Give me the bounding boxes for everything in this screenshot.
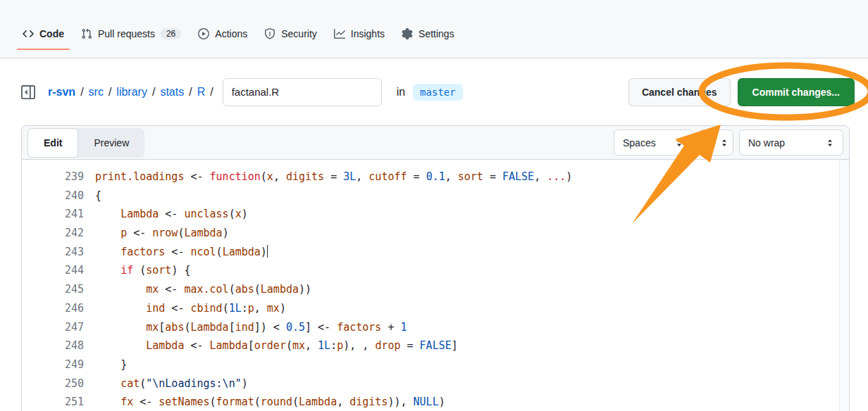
tab-pull-requests-label: Pull requests bbox=[98, 28, 155, 39]
code-editor[interactable]: 239print.loadings <- function(x, digits … bbox=[22, 160, 849, 411]
chevron-up-down-icon bbox=[826, 138, 834, 148]
breadcrumb-repo-link[interactable]: r-svn bbox=[48, 86, 75, 99]
pull-request-icon bbox=[81, 28, 92, 39]
code-line[interactable]: 250 cat("\nLoadings:\n") bbox=[22, 374, 849, 393]
code-line[interactable]: 248 Lambda <- Lambda[order(mx, 1L:p), , … bbox=[22, 336, 849, 355]
code-text: Lambda <- unclass(x) bbox=[84, 205, 248, 224]
breadcrumb-separator: / bbox=[108, 86, 111, 99]
tab-insights[interactable]: Insights bbox=[328, 23, 390, 45]
breadcrumb-separator: / bbox=[80, 86, 83, 99]
editor-toolbar: Edit Preview Spaces 2 No wrap bbox=[22, 126, 849, 160]
indent-mode-select[interactable]: Spaces bbox=[614, 129, 693, 156]
line-number: 243 bbox=[22, 243, 84, 262]
breadcrumb-library-link[interactable]: library bbox=[116, 86, 147, 99]
gear-icon bbox=[402, 28, 413, 39]
tab-security-label: Security bbox=[281, 28, 317, 39]
tab-edit[interactable]: Edit bbox=[27, 128, 78, 158]
breadcrumb-separator: / bbox=[210, 86, 213, 99]
code-line[interactable]: 249 } bbox=[22, 355, 849, 374]
line-number: 246 bbox=[22, 299, 84, 318]
code-text: if (sort) { bbox=[84, 261, 190, 280]
tab-preview[interactable]: Preview bbox=[78, 128, 144, 158]
code-line[interactable]: 241 Lambda <- unclass(x) bbox=[22, 205, 849, 224]
code-text: fx <- setNames(format(round(Lambda, digi… bbox=[84, 393, 445, 411]
branch-badge: master bbox=[413, 84, 463, 101]
code-line[interactable]: 239print.loadings <- function(x, digits … bbox=[22, 167, 849, 186]
line-number: 245 bbox=[22, 280, 84, 299]
chevron-up-down-icon bbox=[720, 138, 728, 148]
line-number: 241 bbox=[22, 205, 84, 224]
code-icon bbox=[23, 28, 34, 39]
expand-sidebar-icon[interactable] bbox=[21, 85, 35, 99]
code-text: { bbox=[84, 186, 101, 206]
tab-security[interactable]: Security bbox=[259, 23, 323, 45]
line-number: 242 bbox=[22, 224, 84, 243]
code-text: cat("\nLoadings:\n") bbox=[84, 374, 248, 393]
indent-size-value: 2 bbox=[707, 137, 713, 148]
wrap-mode-select[interactable]: No wrap bbox=[739, 129, 843, 156]
code-text: p <- nrow(Lambda) bbox=[84, 224, 229, 243]
tab-actions-label: Actions bbox=[215, 28, 247, 39]
repo-nav: Code Pull requests 26 Actions Security I… bbox=[0, 0, 868, 58]
file-editor-panel: Edit Preview Spaces 2 No wrap bbox=[21, 125, 850, 411]
line-number: 239 bbox=[22, 167, 84, 186]
play-icon bbox=[198, 28, 209, 39]
code-line[interactable]: 245 mx <- max.col(abs(Lambda)) bbox=[22, 280, 849, 299]
code-text: mx <- max.col(abs(Lambda)) bbox=[84, 280, 311, 299]
wrap-mode-value: No wrap bbox=[748, 137, 785, 148]
breadcrumb: r-svn / src / library / stats / R / in m… bbox=[48, 78, 463, 106]
indent-size-select[interactable]: 2 bbox=[698, 129, 733, 156]
code-text: ind <- cbind(1L:p, mx) bbox=[84, 299, 286, 318]
editor-settings: Spaces 2 No wrap bbox=[614, 129, 843, 156]
shield-icon bbox=[264, 28, 275, 39]
line-number: 247 bbox=[22, 318, 84, 337]
vertical-scrollbar[interactable] bbox=[839, 160, 849, 411]
breadcrumb-stats-link[interactable]: stats bbox=[160, 86, 184, 99]
code-line[interactable]: 240{ bbox=[22, 186, 849, 206]
edit-preview-switch: Edit Preview bbox=[27, 128, 144, 158]
tab-code-label: Code bbox=[39, 28, 64, 39]
tab-pull-requests[interactable]: Pull requests 26 bbox=[75, 23, 187, 45]
code-text: Lambda <- Lambda[order(mx, 1L:p), , drop… bbox=[84, 336, 458, 355]
file-actions: Cancel changes Commit changes... bbox=[628, 78, 855, 106]
in-label: in bbox=[397, 86, 405, 99]
breadcrumb-separator: / bbox=[189, 86, 192, 99]
code-line[interactable]: 251 fx <- setNames(format(round(Lambda, … bbox=[22, 393, 849, 411]
code-line[interactable]: 247 mx[abs(Lambda[ind]) < 0.5] <- factor… bbox=[22, 318, 849, 337]
chevron-up-down-icon bbox=[675, 138, 683, 148]
tab-insights-label: Insights bbox=[351, 28, 385, 39]
text-cursor bbox=[267, 245, 268, 258]
tab-actions[interactable]: Actions bbox=[192, 23, 253, 45]
breadcrumb-separator: / bbox=[152, 86, 155, 99]
breadcrumb-r-link[interactable]: R bbox=[197, 86, 206, 99]
code-lines: 239print.loadings <- function(x, digits … bbox=[22, 167, 849, 411]
code-text: factors <- ncol(Lambda) bbox=[84, 243, 268, 262]
code-line[interactable]: 242 p <- nrow(Lambda) bbox=[22, 224, 849, 243]
pull-requests-count-badge: 26 bbox=[161, 28, 181, 39]
line-number: 244 bbox=[22, 261, 84, 280]
code-text: mx[abs(Lambda[ind]) < 0.5] <- factors + … bbox=[84, 318, 407, 337]
code-text: } bbox=[84, 355, 127, 374]
line-number: 248 bbox=[22, 336, 84, 355]
line-number: 240 bbox=[22, 186, 84, 206]
cancel-changes-button[interactable]: Cancel changes bbox=[628, 78, 731, 106]
tab-settings[interactable]: Settings bbox=[396, 23, 460, 45]
breadcrumb-src-link[interactable]: src bbox=[89, 86, 104, 99]
tab-code[interactable]: Code bbox=[17, 23, 70, 45]
line-number: 249 bbox=[22, 355, 84, 374]
code-line[interactable]: 244 if (sort) { bbox=[22, 261, 849, 280]
code-text: print.loadings <- function(x, digits = 3… bbox=[84, 167, 572, 186]
indent-mode-value: Spaces bbox=[623, 137, 656, 148]
file-header-bar: r-svn / src / library / stats / R / in m… bbox=[0, 58, 868, 125]
code-line[interactable]: 243 factors <- ncol(Lambda) bbox=[22, 243, 849, 262]
line-number: 251 bbox=[22, 393, 84, 411]
line-number: 250 bbox=[22, 374, 84, 393]
tab-settings-label: Settings bbox=[418, 28, 454, 39]
code-line[interactable]: 246 ind <- cbind(1L:p, mx) bbox=[22, 299, 849, 318]
graph-icon bbox=[334, 28, 345, 39]
filename-input[interactable] bbox=[223, 78, 382, 106]
commit-changes-button[interactable]: Commit changes... bbox=[738, 78, 855, 106]
